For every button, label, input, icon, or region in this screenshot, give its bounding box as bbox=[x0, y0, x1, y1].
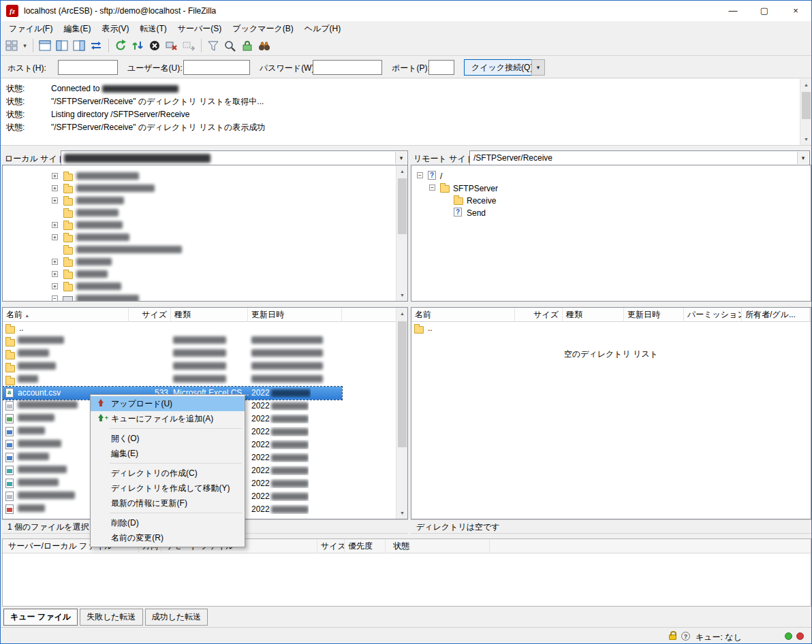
context-menu-item-create-directory[interactable]: ディレクトリの作成(C) bbox=[91, 466, 245, 481]
expand-icon[interactable]: + bbox=[52, 185, 58, 191]
column-header-size[interactable]: サイズ bbox=[317, 539, 345, 553]
port-input[interactable] bbox=[428, 60, 454, 75]
collapse-icon[interactable]: − bbox=[52, 295, 58, 302]
toggle-message-log-button[interactable] bbox=[37, 37, 53, 54]
menu-file[interactable]: ファイル(F) bbox=[3, 21, 58, 37]
menu-transfer[interactable]: 転送(T) bbox=[134, 21, 172, 37]
file-row[interactable] bbox=[3, 361, 407, 374]
scroll-up-icon[interactable]: ▲ bbox=[396, 165, 408, 177]
parent-directory-row[interactable]: .. bbox=[411, 322, 811, 335]
context-menu-item-rename[interactable]: 名前の変更(R) bbox=[91, 530, 245, 545]
refresh-button[interactable] bbox=[112, 37, 129, 54]
scroll-down-icon[interactable]: ▼ bbox=[396, 507, 408, 519]
expand-icon[interactable]: + bbox=[52, 197, 58, 204]
title-bar[interactable]: fz localhost (ArcESB) - sftp://demo@loca… bbox=[1, 1, 811, 21]
help-icon[interactable]: ? bbox=[681, 632, 690, 641]
context-menu-item-upload[interactable]: アップロード(U) bbox=[91, 396, 245, 411]
file-row[interactable] bbox=[3, 348, 407, 361]
local-site-combobox[interactable]: ▾ bbox=[61, 150, 408, 165]
remote-tree-item-root[interactable]: −?/ bbox=[411, 170, 811, 182]
expand-icon[interactable]: + bbox=[52, 283, 58, 289]
directory-listing-filter-button[interactable] bbox=[205, 37, 221, 54]
local-tree-item[interactable]: + bbox=[3, 268, 407, 280]
menu-bookmarks[interactable]: ブックマーク(B) bbox=[227, 21, 298, 37]
context-menu-item-add-to-queue[interactable]: +キューにファイルを追加(A) bbox=[91, 411, 245, 426]
quickconnect-dropdown[interactable]: ▾ bbox=[531, 59, 545, 76]
local-tree-scrollbar[interactable]: ▲ ▼ bbox=[396, 165, 407, 301]
minimize-button[interactable]: — bbox=[717, 1, 749, 21]
remote-tree-item-send[interactable]: ?Send bbox=[411, 206, 811, 219]
scroll-up-icon[interactable]: ▲ bbox=[396, 308, 408, 319]
cancel-operation-button[interactable] bbox=[146, 37, 163, 54]
column-header-modified[interactable]: 更新日時 bbox=[248, 308, 342, 322]
column-header-size[interactable]: サイズ bbox=[515, 308, 563, 322]
tab-queued-files[interactable]: キュー ファイル bbox=[3, 609, 78, 626]
scrollbar-thumb[interactable] bbox=[398, 321, 407, 447]
local-tree-item[interactable]: + bbox=[3, 256, 407, 268]
red-status-indicator-icon[interactable] bbox=[796, 632, 804, 640]
lock-icon[interactable] bbox=[669, 634, 676, 640]
toggle-queue-processing-button[interactable] bbox=[129, 37, 146, 54]
context-menu-item-create-directory-and-enter[interactable]: ディレクトリを作成して移動(Y) bbox=[91, 481, 245, 496]
column-header-permissions[interactable]: パーミッション bbox=[684, 308, 742, 322]
reconnect-button[interactable] bbox=[181, 37, 197, 54]
expand-icon[interactable]: + bbox=[52, 234, 58, 240]
scrollbar-thumb[interactable] bbox=[802, 92, 811, 119]
column-header-modified[interactable]: 更新日時 bbox=[624, 308, 684, 322]
disconnect-button[interactable] bbox=[163, 37, 180, 54]
scrollbar-thumb[interactable] bbox=[398, 178, 407, 234]
find-files-button[interactable] bbox=[256, 37, 272, 54]
site-manager-dropdown[interactable]: ▾ bbox=[20, 37, 29, 54]
toggle-transfer-queue-button[interactable] bbox=[88, 37, 104, 54]
local-tree-item[interactable]: − bbox=[3, 293, 407, 302]
menu-view[interactable]: 表示(V) bbox=[96, 21, 134, 37]
scroll-up-icon[interactable]: ▲ bbox=[800, 79, 812, 91]
site-manager-button[interactable] bbox=[3, 37, 20, 54]
context-menu-item-edit[interactable]: 編集(E) bbox=[91, 446, 245, 461]
collapse-icon[interactable]: − bbox=[429, 184, 435, 191]
column-header-type[interactable]: 種類 bbox=[171, 308, 248, 322]
scroll-down-icon[interactable]: ▼ bbox=[800, 133, 812, 145]
local-tree-item[interactable]: + bbox=[3, 280, 407, 293]
column-header-owner[interactable]: 所有者/グル... bbox=[742, 308, 810, 322]
local-tree-item[interactable] bbox=[3, 244, 407, 256]
menu-help[interactable]: ヘルプ(H) bbox=[299, 21, 347, 37]
context-menu-item-open[interactable]: 開く(O) bbox=[91, 431, 245, 446]
expand-icon[interactable]: + bbox=[52, 271, 58, 277]
column-header-type[interactable]: 種類 bbox=[563, 308, 624, 322]
menu-server[interactable]: サーバー(S) bbox=[172, 21, 228, 37]
menu-edit[interactable]: 編集(E) bbox=[58, 21, 96, 37]
maximize-button[interactable]: ▢ bbox=[749, 1, 780, 21]
local-tree-item[interactable]: + bbox=[3, 219, 407, 231]
expand-icon[interactable]: + bbox=[52, 173, 58, 179]
scroll-down-icon[interactable]: ▼ bbox=[396, 289, 408, 301]
file-row[interactable] bbox=[3, 335, 407, 348]
column-header-priority[interactable]: 優先度 bbox=[345, 539, 386, 553]
column-header-size[interactable]: サイズ bbox=[129, 308, 171, 322]
local-tree-item[interactable]: + bbox=[3, 170, 407, 182]
chevron-down-icon[interactable]: ▾ bbox=[797, 152, 809, 164]
column-header-status[interactable]: 状態 bbox=[386, 539, 490, 553]
remote-tree-item-sftpserver[interactable]: −SFTPServer bbox=[411, 182, 811, 194]
column-header-name[interactable]: 名前 ▲ bbox=[3, 308, 129, 322]
remote-site-combobox[interactable]: /SFTPServer/Receive ▾ bbox=[469, 150, 810, 165]
expand-icon[interactable]: + bbox=[52, 222, 58, 228]
context-menu-item-refresh[interactable]: 最新の情報に更新(F) bbox=[91, 496, 245, 511]
context-menu-item-delete[interactable]: 削除(D) bbox=[91, 515, 245, 530]
password-input[interactable] bbox=[313, 60, 382, 75]
green-status-indicator-icon[interactable] bbox=[785, 632, 792, 640]
expand-icon[interactable]: + bbox=[52, 259, 58, 265]
column-header-name[interactable]: 名前 bbox=[411, 308, 515, 322]
username-input[interactable] bbox=[183, 60, 250, 75]
file-row[interactable] bbox=[3, 374, 407, 387]
local-file-list-scrollbar[interactable]: ▲ ▼ bbox=[396, 308, 407, 519]
tab-successful-transfers[interactable]: 成功した転送 bbox=[145, 609, 208, 626]
toggle-local-tree-button[interactable] bbox=[54, 37, 70, 54]
close-button[interactable]: × bbox=[780, 1, 811, 21]
log-scrollbar[interactable]: ▲ ▼ bbox=[800, 79, 811, 145]
remote-tree-item-receive[interactable]: Receive bbox=[411, 194, 811, 206]
collapse-icon[interactable]: − bbox=[417, 172, 423, 178]
directory-comparison-button[interactable] bbox=[222, 37, 238, 54]
chevron-down-icon[interactable]: ▾ bbox=[395, 152, 407, 164]
tab-failed-transfers[interactable]: 失敗した転送 bbox=[80, 609, 143, 626]
